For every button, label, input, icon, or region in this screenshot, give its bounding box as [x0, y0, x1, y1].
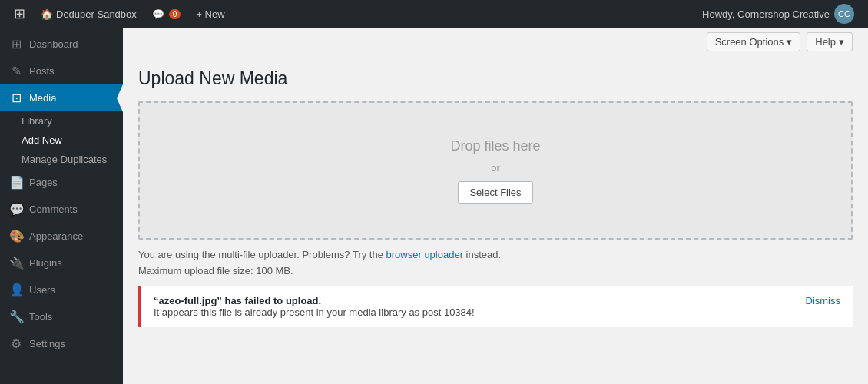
admin-bar: ⊞ 🏠 Deduper Sandbox 💬 0 + New Howdy, Cor… [0, 0, 868, 28]
help-label: Help [815, 36, 836, 48]
sidebar-item-media[interactable]: ⊡ Media [0, 84, 123, 111]
content-area: Screen Options ▾ Help ▾ Upload New Media… [123, 28, 868, 384]
howdy-section: Howdy, Cornershop Creative CC [694, 4, 862, 24]
media-icon: ⊡ [9, 91, 23, 105]
error-message: It appears this file is already present … [154, 306, 475, 318]
site-name-label: Deduper Sandbox [56, 8, 137, 20]
comments-button[interactable]: 💬 0 [144, 0, 189, 28]
sidebar-item-tools[interactable]: 🔧 Tools [0, 303, 123, 330]
active-indicator [117, 84, 123, 112]
sidebar-item-settings[interactable]: ⚙ Settings [0, 330, 123, 357]
sidebar-media-submenu: Library Add New Manage Duplicates [0, 111, 123, 169]
sidebar-item-dashboard[interactable]: ⊞ Dashboard [0, 31, 123, 58]
top-toolbar: Screen Options ▾ Help ▾ [123, 28, 868, 56]
screen-options-label: Screen Options [715, 36, 784, 48]
select-files-label: Select Files [469, 187, 521, 198]
page-title: Upload New Media [138, 68, 853, 89]
new-content-button[interactable]: + New [188, 0, 232, 28]
sidebar-item-add-new[interactable]: Add New [6, 131, 123, 150]
dismiss-button[interactable]: Dismiss [806, 295, 841, 306]
screen-options-button[interactable]: Screen Options ▾ [707, 32, 801, 51]
help-button[interactable]: Help ▾ [807, 32, 853, 51]
sidebar-item-appearance-label: Appearance [29, 230, 83, 242]
sidebar-item-plugins[interactable]: 🔌 Plugins [0, 250, 123, 276]
wp-logo-button[interactable]: ⊞ [6, 0, 33, 28]
howdy-text: Howdy, Cornershop Creative [702, 8, 830, 20]
sidebar: ⊞ Dashboard ✎ Posts ⊡ Media Library Add … [0, 28, 123, 384]
sidebar-item-library-label: Library [22, 115, 52, 127]
sidebar-item-manage-duplicates-label: Manage Duplicates [22, 154, 107, 165]
users-icon: 👤 [9, 283, 23, 297]
page-content: Upload New Media Drop files here or Sele… [123, 56, 868, 384]
sidebar-item-appearance[interactable]: 🎨 Appearance [0, 223, 123, 250]
wp-logo-icon: ⊞ [14, 5, 25, 22]
sidebar-item-settings-label: Settings [29, 338, 65, 349]
sidebar-item-users[interactable]: 👤 Users [0, 276, 123, 303]
dashboard-icon: ⊞ [9, 37, 23, 51]
appearance-icon: 🎨 [9, 229, 23, 243]
screen-options-chevron-icon: ▾ [787, 36, 792, 48]
uploader-info: You are using the multi-file uploader. P… [138, 249, 853, 260]
posts-icon: ✎ [9, 64, 23, 78]
error-notice-content: “azeo-full.jpg” has failed to upload. It… [154, 295, 475, 318]
sidebar-item-dashboard-label: Dashboard [29, 38, 78, 50]
tools-icon: 🔧 [9, 310, 23, 324]
sidebar-item-pages-label: Pages [29, 177, 58, 188]
comment-icon: 💬 [152, 8, 164, 20]
plugins-icon: 🔌 [9, 256, 23, 270]
error-notice: “azeo-full.jpg” has failed to upload. It… [138, 286, 853, 327]
sidebar-item-library[interactable]: Library [6, 111, 123, 131]
site-name-button[interactable]: 🏠 Deduper Sandbox [33, 0, 144, 28]
info-text-prefix: You are using the multi-file uploader. P… [138, 249, 386, 260]
main-layout: ⊞ Dashboard ✎ Posts ⊡ Media Library Add … [0, 28, 868, 384]
select-files-button[interactable]: Select Files [458, 181, 532, 204]
help-chevron-icon: ▾ [839, 36, 844, 48]
sidebar-item-media-label: Media [29, 92, 56, 104]
sidebar-item-tools-label: Tools [29, 311, 52, 323]
admin-bar-left: ⊞ 🏠 Deduper Sandbox 💬 0 + New [6, 0, 694, 28]
pages-icon: 📄 [9, 175, 23, 190]
sidebar-item-pages[interactable]: 📄 Pages [0, 169, 123, 196]
home-icon: 🏠 [41, 8, 53, 20]
sidebar-item-comments-label: Comments [29, 204, 78, 215]
max-upload-text: Maximum upload file size: 100 MB. [138, 265, 853, 276]
sidebar-item-add-new-label: Add New [22, 134, 62, 146]
admin-bar-right: Howdy, Cornershop Creative CC [694, 4, 862, 24]
info-text-suffix: instead. [463, 249, 501, 260]
sidebar-item-posts[interactable]: ✎ Posts [0, 58, 123, 84]
or-text: or [491, 162, 500, 174]
new-label: + New [196, 8, 224, 20]
sidebar-item-posts-label: Posts [29, 65, 55, 77]
drop-text: Drop files here [450, 138, 540, 154]
avatar[interactable]: CC [834, 4, 854, 24]
upload-area[interactable]: Drop files here or Select Files [138, 101, 853, 240]
sidebar-item-users-label: Users [29, 284, 55, 296]
sidebar-item-plugins-label: Plugins [29, 257, 62, 269]
comments-sidebar-icon: 💬 [9, 202, 23, 217]
browser-uploader-link[interactable]: browser uploader [386, 249, 463, 260]
error-filename: “azeo-full.jpg” has failed to upload. [154, 295, 321, 306]
sidebar-item-manage-duplicates[interactable]: Manage Duplicates [6, 150, 123, 169]
sidebar-item-comments[interactable]: 💬 Comments [0, 196, 123, 223]
settings-icon: ⚙ [9, 336, 23, 351]
comments-count: 0 [169, 9, 181, 19]
